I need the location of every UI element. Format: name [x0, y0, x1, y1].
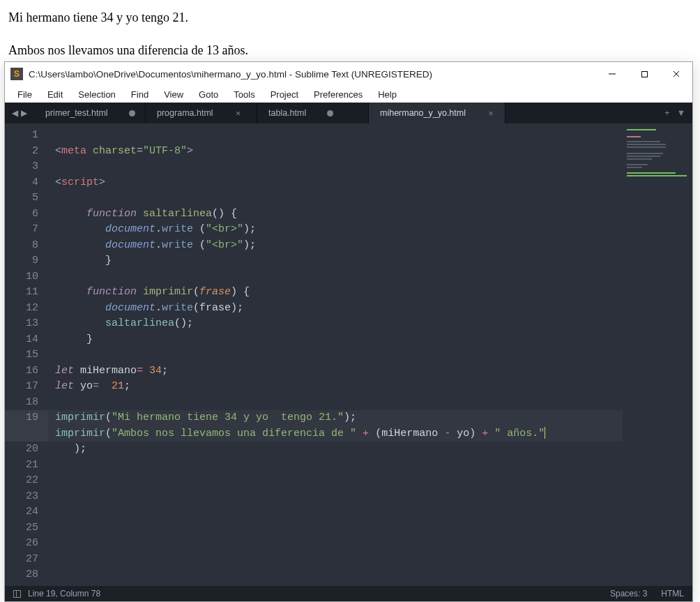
- nav-back-icon[interactable]: ◀: [12, 108, 18, 118]
- menu-preferences[interactable]: Preferences: [307, 88, 370, 101]
- tab-programa[interactable]: programa.html ×: [146, 103, 257, 123]
- code-text[interactable]: <meta charset="UTF-8"> <script> function…: [48, 123, 692, 586]
- tab-close-icon[interactable]: ×: [234, 108, 243, 119]
- new-tab-icon[interactable]: +: [664, 108, 669, 118]
- tab-label: tabla.html: [268, 108, 306, 118]
- status-bar: Line 19, Column 78 Spaces: 3 HTML: [5, 586, 692, 601]
- syntax-setting[interactable]: HTML: [661, 589, 684, 599]
- tab-label: mihermano_y_yo.html: [380, 108, 466, 118]
- tab-mihermano[interactable]: mihermano_y_yo.html ×: [369, 103, 505, 123]
- menu-bar: File Edit Selection Find View Goto Tools…: [5, 86, 692, 103]
- tab-label: primer_test.html: [45, 108, 108, 118]
- tab-bar: ◀ ▶ primer_test.html programa.html × tab…: [5, 103, 692, 123]
- dirty-indicator-icon: [129, 110, 135, 116]
- close-icon: [672, 70, 680, 78]
- cursor-position[interactable]: Line 19, Column 78: [28, 589, 100, 599]
- tab-tabla[interactable]: tabla.html: [257, 103, 369, 123]
- line-number-gutter[interactable]: 1 2 3 4 5 6 7 8 9 10 11 12 13 14 15 16 1…: [5, 123, 48, 586]
- tab-label: programa.html: [157, 108, 213, 118]
- maximize-icon: [641, 70, 648, 78]
- tab-close-icon[interactable]: ×: [487, 108, 495, 119]
- menu-view[interactable]: View: [157, 88, 190, 101]
- menu-selection[interactable]: Selection: [71, 88, 122, 101]
- maximize-button[interactable]: [628, 62, 660, 86]
- menu-find[interactable]: Find: [124, 88, 155, 101]
- menu-edit[interactable]: Edit: [40, 88, 70, 101]
- app-icon: S: [10, 68, 23, 80]
- tab-history-nav: ◀ ▶: [5, 103, 34, 123]
- editor[interactable]: 1 2 3 4 5 6 7 8 9 10 11 12 13 14 15 16 1…: [5, 123, 692, 586]
- minimize-button[interactable]: [596, 62, 628, 86]
- tab-dropdown-icon[interactable]: ▼: [677, 108, 685, 118]
- dirty-indicator-icon: [327, 110, 333, 116]
- minimize-icon: [608, 70, 616, 78]
- menu-tools[interactable]: Tools: [227, 88, 261, 101]
- render-line-1: Mi hermano tiene 34 y yo tengo 21.: [8, 10, 692, 26]
- indentation-setting[interactable]: Spaces: 3: [610, 589, 647, 599]
- window-title: C:\Users\lambo\OneDrive\Documentos\miher…: [29, 69, 596, 80]
- menu-goto[interactable]: Goto: [192, 88, 225, 101]
- minimap[interactable]: [623, 123, 692, 586]
- tab-primer-test[interactable]: primer_test.html: [34, 103, 146, 123]
- render-line-2: Ambos nos llevamos una diferencia de 13 …: [8, 43, 692, 59]
- menu-help[interactable]: Help: [371, 88, 404, 101]
- menu-project[interactable]: Project: [264, 88, 305, 101]
- title-bar[interactable]: S C:\Users\lambo\OneDrive\Documentos\mih…: [5, 62, 692, 86]
- sublime-window: S C:\Users\lambo\OneDrive\Documentos\mih…: [4, 61, 693, 602]
- close-button[interactable]: [660, 62, 692, 86]
- side-panel-icon[interactable]: [13, 590, 21, 598]
- nav-forward-icon[interactable]: ▶: [21, 108, 27, 118]
- svg-rect-1: [641, 71, 647, 77]
- menu-file[interactable]: File: [10, 88, 39, 101]
